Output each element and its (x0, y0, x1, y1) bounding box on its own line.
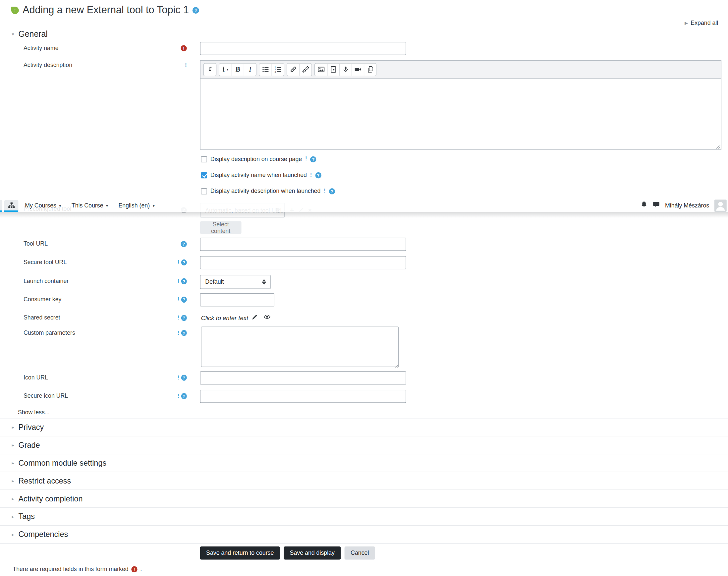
user-name[interactable]: Mihály Mészáros (665, 202, 709, 209)
info-icon[interactable]: ! (324, 188, 325, 194)
section-competencies[interactable]: ▸ Competencies (0, 526, 728, 544)
secure-icon-url-input[interactable] (200, 390, 406, 403)
nav-menu-language[interactable]: English (en) ▾ (118, 202, 154, 209)
page-title-row: ↑ Adding a new External tool to Topic 1 … (11, 4, 199, 16)
nav-menu-this-course[interactable]: This Course ▾ (71, 202, 108, 209)
info-icon[interactable]: ! (177, 330, 179, 336)
page-title: Adding a new External tool to Topic 1 (23, 4, 189, 16)
insert-image-icon[interactable] (315, 63, 327, 76)
messages-icon[interactable] (653, 201, 660, 210)
select-arrows-icon (262, 279, 266, 285)
avatar[interactable] (715, 199, 727, 211)
caret-down-icon: ▾ (153, 203, 155, 208)
activity-description-label: Activity description (24, 62, 72, 68)
show-less-link[interactable]: Show less... (18, 409, 50, 415)
checkbox-row-display-description: Display description on course page ! ? (201, 156, 316, 163)
help-icon[interactable]: ? (181, 259, 187, 265)
info-icon[interactable]: ! (185, 63, 186, 68)
icon-url-label: Icon URL (24, 374, 48, 381)
info-icon[interactable]: ! (177, 394, 179, 399)
custom-parameters-textarea[interactable] (201, 327, 398, 367)
section-restrict-access[interactable]: ▸ Restrict access (0, 472, 728, 490)
help-icon[interactable]: ? (310, 156, 316, 162)
cancel-button[interactable]: Cancel (345, 547, 375, 560)
consumer-key-label: Consumer key (24, 296, 61, 303)
section-general-header[interactable]: ▾ General (12, 29, 48, 39)
notifications-bell-icon[interactable] (641, 201, 647, 210)
info-icon[interactable]: ! (177, 279, 179, 284)
info-icon[interactable]: ! (177, 375, 179, 380)
save-and-display-button[interactable]: Save and display (284, 547, 341, 560)
tool-url-label: Tool URL (24, 240, 48, 247)
required-icon[interactable]: ! (181, 45, 186, 51)
nav-user-area: Mihály Mészáros (641, 199, 728, 212)
section-general-label: General (18, 29, 48, 39)
info-icon[interactable]: ! (177, 315, 179, 320)
record-audio-icon[interactable] (339, 63, 352, 76)
nav-tab-partial[interactable] (0, 200, 2, 212)
help-icon[interactable]: ? (181, 241, 186, 247)
pencil-icon[interactable] (252, 314, 258, 321)
chevron-right-icon: ▶ (685, 21, 688, 25)
chevron-right-icon: ▸ (12, 425, 14, 430)
ordered-list-icon[interactable]: 123 (271, 63, 284, 76)
unordered-list-icon[interactable] (259, 63, 272, 76)
section-grade[interactable]: ▸ Grade (0, 436, 728, 454)
unlink-icon[interactable] (299, 63, 312, 76)
info-icon[interactable]: ! (177, 297, 179, 302)
info-icon[interactable]: ! (177, 260, 179, 265)
checkbox-display-activity-description[interactable] (201, 188, 207, 194)
insert-media-icon[interactable] (327, 63, 339, 76)
shared-secret-label: Shared secret (24, 315, 60, 321)
checkbox-label: Display activity description when launch… (210, 188, 321, 195)
tool-url-input[interactable] (200, 238, 406, 251)
activity-name-label: Activity name (24, 45, 59, 51)
chevron-right-icon: ▸ (12, 460, 14, 466)
help-icon[interactable]: ? (181, 330, 187, 336)
help-icon[interactable]: ? (181, 315, 187, 321)
link-icon[interactable] (287, 63, 299, 76)
section-activity-completion[interactable]: ▸ Activity completion (0, 490, 728, 508)
section-common-module-settings[interactable]: ▸ Common module settings (0, 454, 728, 472)
italic-icon[interactable]: I (244, 63, 256, 76)
nav-menu-my-courses[interactable]: My Courses ▾ (25, 202, 61, 209)
help-icon[interactable]: ? (329, 188, 335, 194)
caret-down-icon: ▾ (106, 203, 108, 208)
chevron-right-icon: ▸ (12, 478, 14, 484)
activity-name-input[interactable] (200, 42, 406, 55)
collapse-toolbar-icon[interactable] (204, 63, 216, 76)
checkbox-display-description[interactable] (201, 156, 207, 162)
checkbox-label: Display activity name when launched (210, 172, 307, 178)
icon-url-input[interactable] (200, 372, 406, 385)
bold-icon[interactable]: B (232, 63, 244, 76)
shared-secret-value[interactable]: Click to enter text (201, 314, 271, 321)
help-icon[interactable]: ? (193, 7, 199, 13)
section-privacy[interactable]: ▸ Privacy (0, 419, 728, 436)
info-icon[interactable]: ! (305, 156, 307, 162)
record-video-icon[interactable] (352, 63, 364, 76)
resize-handle[interactable] (716, 144, 721, 149)
paragraph-styles-icon[interactable]: i ▾ (220, 63, 232, 76)
launch-container-select[interactable]: Default (200, 275, 271, 289)
help-icon[interactable]: ? (181, 393, 187, 399)
consumer-key-input[interactable] (200, 293, 274, 307)
launch-container-label: Launch container (24, 278, 68, 284)
manage-files-icon[interactable] (364, 63, 376, 76)
chevron-down-icon: ▾ (12, 31, 14, 37)
collapsed-sections: ▸ Privacy ▸ Grade ▸ Common module settin… (0, 418, 728, 544)
help-icon[interactable]: ? (181, 278, 187, 284)
help-icon[interactable]: ? (181, 297, 187, 303)
secure-tool-url-input[interactable] (200, 256, 406, 269)
help-icon[interactable]: ? (315, 172, 321, 178)
checkbox-display-activity-name[interactable] (201, 172, 207, 178)
chevron-right-icon: ▸ (12, 496, 14, 501)
eye-icon[interactable] (264, 314, 271, 321)
expand-all-link[interactable]: ▶ Expand all (685, 20, 718, 27)
editor-content-area[interactable] (201, 79, 721, 149)
section-tags[interactable]: ▸ Tags (0, 508, 728, 526)
save-and-return-button[interactable]: Save and return to course (200, 547, 280, 560)
help-icon[interactable]: ? (181, 374, 187, 380)
info-icon[interactable]: ! (310, 172, 312, 178)
nav-tab-sitemap[interactable] (4, 200, 19, 212)
secure-tool-url-label: Secure tool URL (24, 259, 67, 265)
